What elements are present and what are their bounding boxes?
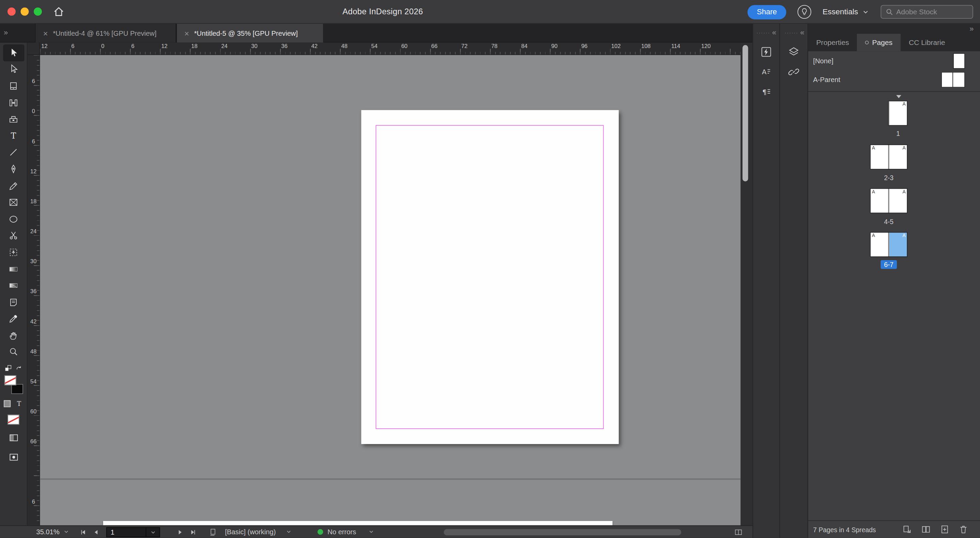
pen-tool[interactable]	[3, 161, 24, 177]
page-thumbnail-5[interactable]: A	[889, 189, 907, 213]
gradient-swatch-tool[interactable]	[3, 260, 24, 277]
close-tab-icon[interactable]: ×	[43, 29, 48, 37]
preflight-profile-dropdown[interactable]: [Basic] (working)	[225, 528, 292, 535]
delete-page-button[interactable]	[958, 524, 969, 535]
workspace-switcher[interactable]: Essentials	[822, 8, 869, 16]
swap-fill-stroke-icon[interactable]	[14, 364, 23, 373]
page-thumbnail-6[interactable]: A	[871, 233, 889, 256]
panel-state-icon	[865, 40, 869, 44]
share-button[interactable]: Share	[748, 5, 786, 19]
split-window-button[interactable]	[733, 528, 743, 536]
spread-label-6-7-selected[interactable]: 6-7	[870, 259, 907, 269]
zoom-tool[interactable]	[3, 344, 24, 361]
gap-tool[interactable]	[3, 94, 24, 111]
direct-selection-tool[interactable]	[3, 61, 24, 78]
zoom-window-button[interactable]	[34, 8, 42, 16]
page-thumbnail-7-selected[interactable]: A	[889, 233, 907, 256]
document-tab-bar: » × *Untitled-4 @ 61% [GPU Preview] × *U…	[0, 24, 752, 43]
horizontal-ruler[interactable]: 1260612182430364248546066727884909610210…	[40, 43, 741, 55]
chevron-down-icon	[150, 529, 156, 535]
page-number-dropdown[interactable]	[146, 528, 159, 536]
tab-pages[interactable]: Pages	[857, 34, 901, 51]
screen-mode-button[interactable]	[6, 432, 21, 444]
previous-page-button[interactable]	[92, 528, 101, 536]
collapse-panels-icon[interactable]: «	[800, 28, 804, 37]
drag-grip-icon[interactable]: ······	[785, 30, 798, 35]
tab-cc-libraries[interactable]: CC Librarie	[901, 34, 953, 51]
minimize-window-button[interactable]	[21, 8, 29, 16]
last-page-button[interactable]	[189, 528, 198, 536]
document-tab-untitled-4[interactable]: × *Untitled-4 @ 61% [GPU Preview]	[35, 24, 176, 43]
view-spreads-button[interactable]	[921, 524, 931, 535]
parent-row-none[interactable]: [None]	[808, 51, 980, 70]
type-tool[interactable]: T	[3, 128, 24, 144]
formatting-affects-text-button[interactable]: T	[15, 400, 23, 408]
ruler-origin-corner[interactable]	[27, 43, 40, 55]
content-collector-tool[interactable]	[3, 111, 24, 128]
page-number-field[interactable]	[106, 527, 160, 537]
selection-tool[interactable]	[3, 44, 24, 61]
new-page-button[interactable]	[940, 524, 950, 535]
panel-overflow-icon[interactable]: »	[969, 24, 974, 34]
drag-grip-icon[interactable]: ······	[756, 30, 770, 35]
page-thumbnail-4[interactable]: A	[871, 189, 889, 213]
vertical-ruler[interactable]: 606121824303642485460666	[27, 55, 40, 525]
parent-row-a-parent[interactable]: A-Parent	[808, 70, 980, 89]
spread-label-1[interactable]: 1	[879, 128, 917, 138]
note-tool[interactable]	[3, 294, 24, 311]
stroke-swatch[interactable]	[11, 384, 23, 394]
spread-label-2-3[interactable]: 2-3	[870, 172, 907, 182]
preview-mode-button[interactable]	[6, 451, 21, 464]
fill-stroke-controls	[4, 375, 23, 394]
close-window-button[interactable]	[8, 8, 16, 16]
links-panel-button[interactable]	[783, 63, 804, 81]
apply-none-button[interactable]	[8, 415, 19, 425]
next-spread-edge[interactable]	[103, 521, 612, 525]
adobe-stock-search[interactable]	[881, 5, 973, 19]
edit-page-size-button[interactable]	[902, 524, 912, 535]
scissors-tool[interactable]	[3, 227, 24, 244]
document-tab-untitled-5[interactable]: × *Untitled-5 @ 35% [GPU Preview]	[176, 24, 324, 43]
free-transform-tool[interactable]	[3, 244, 24, 261]
line-tool[interactable]	[3, 144, 24, 161]
page-icon	[941, 72, 953, 87]
formatting-affects-container-button[interactable]	[4, 401, 11, 407]
vertical-scrollbar[interactable]	[743, 45, 748, 181]
paragraph-styles-panel-button[interactable]: ¶	[756, 82, 777, 101]
page-tool[interactable]	[3, 78, 24, 94]
application-window: Adobe InDesign 2026 Share Essentials » ×…	[0, 0, 980, 538]
spread-label-4-5[interactable]: 4-5	[870, 217, 907, 226]
tab-overflow-icon[interactable]: »	[4, 28, 8, 37]
collapse-panels-icon[interactable]: «	[772, 28, 776, 37]
preflight-status[interactable]: No errors	[318, 528, 374, 535]
fill-swatch-none[interactable]	[4, 375, 16, 385]
home-button[interactable]	[52, 5, 65, 18]
chevron-down-icon	[368, 528, 374, 535]
tab-properties[interactable]: Properties	[808, 34, 857, 51]
ellipse-tool[interactable]	[3, 211, 24, 227]
close-tab-icon[interactable]: ×	[185, 29, 189, 37]
spread-list: A 1 A A 2-3 A A	[808, 93, 980, 520]
page-thumbnail-2[interactable]: A	[871, 145, 889, 169]
pasteboard[interactable]	[40, 55, 741, 525]
document-page[interactable]	[361, 110, 619, 444]
page-thumbnail-1[interactable]: A	[889, 102, 907, 125]
page-thumbnail-3[interactable]: A	[889, 145, 907, 169]
hand-tool[interactable]	[3, 327, 24, 344]
default-fill-stroke-icon[interactable]	[4, 364, 13, 373]
rectangle-frame-tool[interactable]	[3, 194, 24, 211]
page-number-input[interactable]	[107, 528, 146, 536]
gradient-feather-tool[interactable]	[3, 277, 24, 294]
lightbulb-button[interactable]	[798, 5, 811, 19]
zoom-level-control[interactable]: 35.01%	[37, 528, 70, 535]
first-page-button[interactable]	[79, 528, 88, 536]
glyphs-panel-button[interactable]: A	[756, 63, 777, 81]
stock-search-input[interactable]	[896, 8, 969, 16]
pencil-tool[interactable]	[3, 177, 24, 194]
eyedropper-tool[interactable]	[3, 311, 24, 327]
horizontal-scrollbar[interactable]	[444, 529, 681, 535]
preflight-document-icon[interactable]	[208, 528, 218, 536]
quick-apply-panel-button[interactable]	[756, 43, 777, 61]
next-page-button[interactable]	[176, 528, 185, 536]
layers-panel-button[interactable]	[783, 43, 804, 61]
